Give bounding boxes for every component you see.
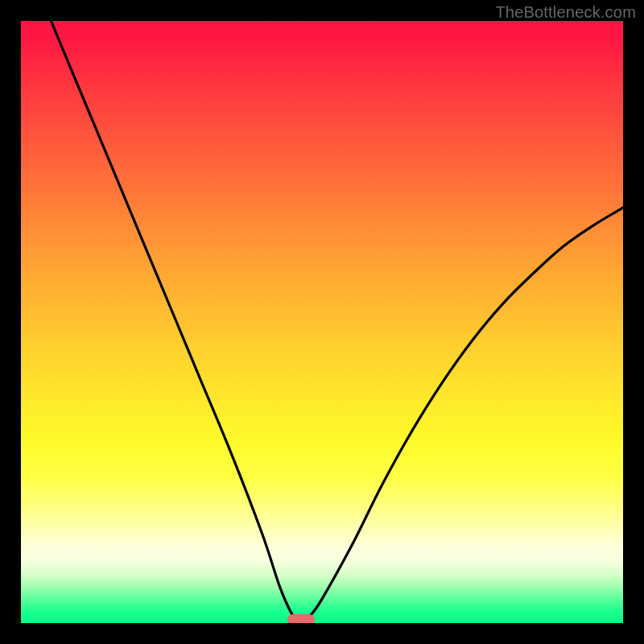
- chart-frame: TheBottleneck.com: [0, 0, 644, 644]
- watermark-text: TheBottleneck.com: [495, 3, 636, 22]
- optimal-point-marker: [287, 614, 315, 623]
- plot-area: [21, 21, 623, 623]
- bottleneck-curve-path: [51, 21, 623, 621]
- bottleneck-curve: [21, 21, 623, 623]
